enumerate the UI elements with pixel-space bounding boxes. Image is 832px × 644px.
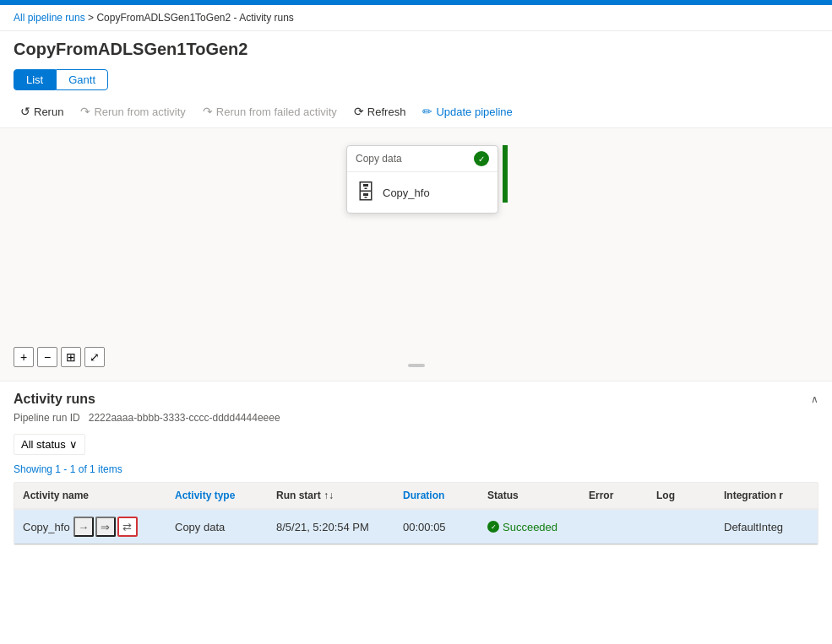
rerun-from-activity-icon: ↷ [80,105,90,118]
col-activity-name: Activity name [14,483,166,508]
run-start-value: 8/5/21, 5:20:54 PM [276,521,369,533]
zoom-in-button[interactable]: + [14,347,34,367]
activity-runs-title: Activity runs [14,392,95,407]
table-row: Copy_hfo → ⇒ ⇄ Details Copy data 8/5/21,… [14,510,818,544]
activity-runs-header: Activity runs ∧ [14,392,818,407]
status-filter-row: All status ∨ [14,430,818,458]
status-success-icon: ✓ [487,521,499,533]
col-integration-runtime: Integration r [715,483,818,508]
col-run-start: Run start ↑↓ [268,483,394,508]
list-view-button[interactable]: List [14,69,56,90]
rerun-from-failed-label: Rerun from failed activity [216,106,337,118]
activity-runs-section: Activity runs ∧ Pipeline run ID 2222aaaa… [0,382,832,545]
page-title: CopyFromADLSGen1ToGen2 [0,31,832,64]
col-log: Log [648,483,715,508]
breadcrumb-current: CopyFromADLSGen1ToGen2 - Activity runs [96,12,293,24]
update-pipeline-label: Update pipeline [436,106,512,118]
activity-node-type: Copy data [356,153,402,165]
activity-success-indicator: ✓ [474,151,489,166]
integration-runtime-value: DefaultInteg [724,521,783,533]
activity-name-value: Copy_hfo [23,521,70,533]
col-duration: Duration [394,483,479,508]
cell-duration: 00:00:05 [394,510,479,544]
pipeline-run-id-label: Pipeline run ID [14,412,80,424]
activity-type-value: Copy data [175,521,225,533]
col-status: Status [479,483,580,508]
details-button[interactable]: ⇄ [117,517,138,537]
activity-node-popup[interactable]: Copy data ✓ 🗄 Copy_hfo [346,145,498,214]
breadcrumb: All pipeline runs > CopyFromADLSGen1ToGe… [0,5,832,31]
output-button[interactable]: ⇒ [95,517,116,537]
status-filter-label: All status [21,438,66,451]
cell-status: ✓ Succeeded [479,510,580,544]
refresh-icon: ⟳ [354,105,364,118]
table-header-row: Activity name Activity type Run start ↑↓… [14,483,818,510]
pipeline-run-id-value: 2222aaaa-bbbb-3333-cccc-dddd4444eeee [89,412,280,424]
fit-view-button[interactable]: ⊞ [61,347,81,367]
cell-integration-runtime: DefaultInteg [715,510,818,544]
rerun-from-failed-button[interactable]: ↷ Rerun from failed activity [196,100,344,122]
zoom-controls: + − ⊞ ⤢ [14,347,105,367]
canvas-area: Copy data ✓ 🗄 Copy_hfo + − ⊞ ⤢ [0,128,832,382]
row-action-icons: → ⇒ ⇄ [73,517,138,537]
rerun-label: Rerun [34,106,63,118]
rerun-from-activity-label: Rerun from activity [94,106,185,118]
item-count: Showing 1 - 1 of 1 items [14,463,818,475]
update-pipeline-icon: ✏ [422,105,432,118]
toolbar: ↺ Rerun ↷ Rerun from activity ↷ Rerun fr… [0,95,832,128]
update-pipeline-button[interactable]: ✏ Update pipeline [416,100,519,122]
rerun-from-failed-icon: ↷ [203,105,213,118]
cell-activity-type: Copy data [166,510,268,544]
cell-activity-name: Copy_hfo → ⇒ ⇄ Details [14,510,166,544]
gantt-view-button[interactable]: Gantt [56,69,108,90]
scroll-indicator [408,364,425,367]
pipeline-run-id-row: Pipeline run ID 2222aaaa-bbbb-3333-cccc-… [14,412,818,424]
rerun-from-activity-button[interactable]: ↷ Rerun from activity [73,100,192,122]
col-activity-type: Activity type [166,483,268,508]
activity-node-header: Copy data ✓ [347,146,498,172]
breadcrumb-separator: > [85,12,97,24]
activity-connector-bar [503,145,508,203]
activity-runs-table: Activity name Activity type Run start ↑↓… [14,482,818,545]
view-toggle: List Gantt [0,64,832,95]
zoom-out-button[interactable]: − [37,347,57,367]
expand-view-button[interactable]: ⤢ [84,347,105,367]
collapse-button[interactable]: ∧ [811,393,818,405]
col-error: Error [580,483,648,508]
activity-node-body: 🗄 Copy_hfo [347,172,498,213]
status-filter-button[interactable]: All status ∨ [14,434,85,455]
cell-run-start: 8/5/21, 5:20:54 PM [268,510,394,544]
input-output-button[interactable]: → [73,517,94,537]
activity-node-name: Copy_hfo [383,187,430,199]
duration-value: 00:00:05 [403,521,446,533]
refresh-label: Refresh [367,106,406,118]
chevron-down-icon: ∨ [69,438,78,451]
rerun-icon: ↺ [20,105,30,118]
rerun-button[interactable]: ↺ Rerun [14,100,70,122]
copy-data-icon: 🗄 [356,181,376,204]
refresh-button[interactable]: ⟳ Refresh [347,100,413,122]
cell-log [648,510,715,544]
breadcrumb-link[interactable]: All pipeline runs [14,12,85,24]
status-value: Succeeded [503,521,557,533]
cell-error [580,510,648,544]
